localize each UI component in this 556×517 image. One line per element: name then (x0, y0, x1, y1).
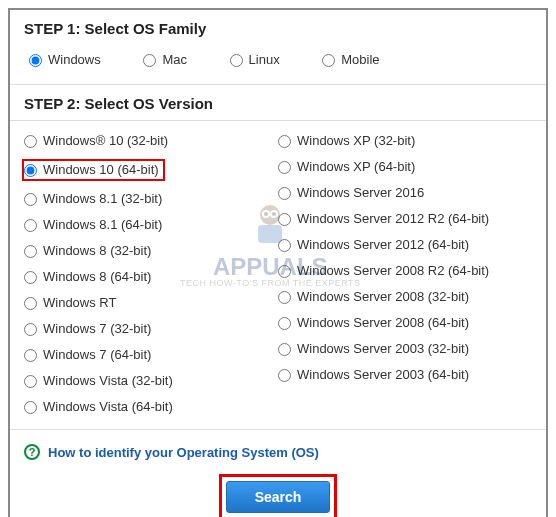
os-version-radio[interactable] (24, 349, 37, 362)
search-button[interactable]: Search (226, 481, 331, 513)
search-highlight-box: Search (219, 474, 338, 517)
os-family-mobile[interactable]: Mobile (317, 51, 379, 67)
os-version-item[interactable]: Windows Server 2012 R2 (64-bit) (278, 211, 532, 227)
os-version-label: Windows Server 2012 (64-bit) (297, 237, 469, 253)
os-version-label: Windows Vista (64-bit) (43, 399, 173, 415)
os-version-radio[interactable] (278, 317, 291, 330)
os-version-radio[interactable] (278, 187, 291, 200)
help-link[interactable]: How to identify your Operating System (O… (48, 445, 319, 460)
os-version-radio[interactable] (278, 369, 291, 382)
os-version-label: Windows 8.1 (32-bit) (43, 191, 162, 207)
os-version-radio[interactable] (278, 213, 291, 226)
os-version-item[interactable]: Windows XP (64-bit) (278, 159, 532, 175)
os-version-label: Windows 7 (32-bit) (43, 321, 151, 337)
os-version-label: Windows 10 (64-bit) (43, 162, 159, 178)
os-version-radio[interactable] (24, 375, 37, 388)
os-version-radio[interactable] (278, 343, 291, 356)
os-version-item[interactable]: Windows 7 (32-bit) (24, 321, 278, 337)
os-version-item[interactable]: Windows RT (24, 295, 278, 311)
os-version-item[interactable]: Windows 8 (64-bit) (24, 269, 278, 285)
os-version-label: Windows RT (43, 295, 116, 311)
driver-selector-panel: STEP 1: Select OS Family Windows Mac Lin… (8, 8, 548, 517)
os-version-radio[interactable] (278, 291, 291, 304)
os-version-label: Windows 7 (64-bit) (43, 347, 151, 363)
os-version-item[interactable]: Windows Server 2016 (278, 185, 532, 201)
os-version-grid: APPUALS TECH HOW-TO'S FROM THE EXPERTS W… (10, 121, 546, 430)
svg-text:?: ? (29, 446, 36, 458)
os-family-windows[interactable]: Windows (24, 51, 101, 67)
os-version-label: Windows Server 2008 R2 (64-bit) (297, 263, 489, 279)
os-family-label: Mac (162, 52, 187, 67)
os-version-item[interactable]: Windows 8 (32-bit) (24, 243, 278, 259)
os-version-radio[interactable] (24, 323, 37, 336)
os-version-right-col: Windows XP (32-bit)Windows XP (64-bit)Wi… (278, 133, 532, 415)
os-version-radio[interactable] (278, 135, 291, 148)
os-version-label: Windows 8 (64-bit) (43, 269, 151, 285)
os-version-radio[interactable] (24, 219, 37, 232)
os-version-label: Windows XP (64-bit) (297, 159, 415, 175)
os-version-item[interactable]: Windows Server 2008 (32-bit) (278, 289, 532, 305)
os-version-radio[interactable] (24, 271, 37, 284)
os-version-item[interactable]: Windows Server 2008 (64-bit) (278, 315, 532, 331)
os-family-label: Mobile (341, 52, 379, 67)
os-version-item[interactable]: Windows 8.1 (64-bit) (24, 217, 278, 233)
os-version-label: Windows Server 2003 (64-bit) (297, 367, 469, 383)
os-family-mac[interactable]: Mac (138, 51, 187, 67)
os-version-label: Windows® 10 (32-bit) (43, 133, 168, 149)
os-family-mac-radio[interactable] (143, 54, 156, 67)
os-version-item[interactable]: Windows Vista (32-bit) (24, 373, 278, 389)
os-version-radio[interactable] (24, 401, 37, 414)
os-family-windows-radio[interactable] (29, 54, 42, 67)
os-version-label: Windows 8.1 (64-bit) (43, 217, 162, 233)
step1-header: STEP 1: Select OS Family (10, 10, 546, 45)
help-icon: ? (24, 444, 40, 460)
os-version-item[interactable]: Windows 10 (64-bit) (24, 159, 278, 181)
os-version-label: Windows Server 2008 (64-bit) (297, 315, 469, 331)
search-row: Search (10, 468, 546, 517)
os-version-item[interactable]: Windows 8.1 (32-bit) (24, 191, 278, 207)
os-version-item[interactable]: Windows Server 2012 (64-bit) (278, 237, 532, 253)
os-family-row: Windows Mac Linux Mobile (10, 45, 546, 85)
os-version-radio[interactable] (24, 135, 37, 148)
os-family-linux-radio[interactable] (230, 54, 243, 67)
os-version-item[interactable]: Windows Server 2003 (64-bit) (278, 367, 532, 383)
os-version-radio[interactable] (278, 265, 291, 278)
os-family-linux[interactable]: Linux (225, 51, 280, 67)
os-version-radio[interactable] (24, 164, 37, 177)
step2-header: STEP 2: Select OS Version (10, 85, 546, 121)
os-version-radio[interactable] (24, 297, 37, 310)
os-version-label: Windows 8 (32-bit) (43, 243, 151, 259)
os-version-label: Windows Server 2012 R2 (64-bit) (297, 211, 489, 227)
os-version-item[interactable]: Windows Vista (64-bit) (24, 399, 278, 415)
os-family-label: Windows (48, 52, 101, 67)
os-version-label: Windows Server 2008 (32-bit) (297, 289, 469, 305)
os-version-item[interactable]: Windows Server 2003 (32-bit) (278, 341, 532, 357)
os-version-label: Windows Vista (32-bit) (43, 373, 173, 389)
os-version-radio[interactable] (278, 161, 291, 174)
os-version-item[interactable]: Windows® 10 (32-bit) (24, 133, 278, 149)
os-version-item[interactable]: Windows XP (32-bit) (278, 133, 532, 149)
os-version-label: Windows Server 2003 (32-bit) (297, 341, 469, 357)
os-family-mobile-radio[interactable] (322, 54, 335, 67)
os-version-radio[interactable] (24, 193, 37, 206)
os-version-item[interactable]: Windows 7 (64-bit) (24, 347, 278, 363)
os-version-label: Windows Server 2016 (297, 185, 424, 201)
os-version-label: Windows XP (32-bit) (297, 133, 415, 149)
os-family-label: Linux (249, 52, 280, 67)
help-row: ? How to identify your Operating System … (10, 430, 546, 468)
os-version-radio[interactable] (24, 245, 37, 258)
os-version-radio[interactable] (278, 239, 291, 252)
os-version-left-col: Windows® 10 (32-bit)Windows 10 (64-bit)W… (24, 133, 278, 415)
os-version-item[interactable]: Windows Server 2008 R2 (64-bit) (278, 263, 532, 279)
